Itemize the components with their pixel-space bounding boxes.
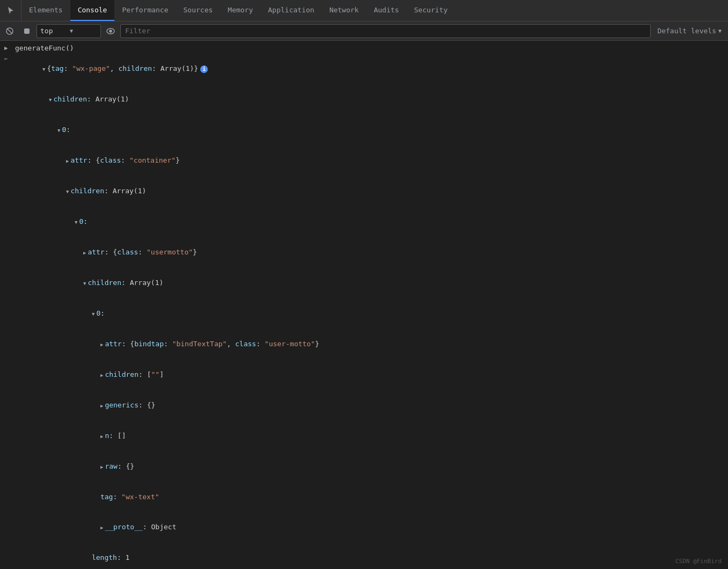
tab-audits[interactable]: Audits [366, 0, 406, 21]
tab-application[interactable]: Application [260, 0, 322, 21]
clear-console-button[interactable] [2, 24, 17, 39]
console-output: ▶ generateFunc() ← {tag: "wx-page", chil… [0, 41, 728, 569]
console-line[interactable]: attr: {class: "usermotto"} [0, 237, 728, 268]
console-line[interactable]: children: Array(1) [0, 176, 728, 207]
tab-elements[interactable]: Elements [21, 0, 70, 21]
console-line[interactable]: 0: [0, 298, 728, 329]
console-line[interactable]: children: Array(1) [0, 84, 728, 115]
console-line[interactable]: __proto__: Object [0, 512, 728, 543]
context-selector[interactable]: top ▼ [37, 24, 101, 38]
tab-sources[interactable]: Sources [176, 0, 221, 21]
console-line[interactable]: 0: [0, 207, 728, 237]
svg-point-4 [110, 30, 112, 32]
console-line[interactable]: attr: {bindtap: "bindTextTap", class: "u… [0, 329, 728, 360]
console-toolbar: top ▼ Default levels ▼ [0, 21, 728, 41]
svg-rect-2 [24, 28, 30, 34]
console-line[interactable]: children: Array(1) [0, 268, 728, 298]
back-arrow-icon: ← [4, 54, 15, 64]
tab-security[interactable]: Security [406, 0, 455, 21]
tab-performance[interactable]: Performance [114, 0, 176, 21]
svg-line-1 [7, 28, 12, 34]
info-badge: i [200, 65, 208, 73]
console-line[interactable]: length: 1 [0, 543, 728, 569]
console-line[interactable]: tag: "wx-text" [0, 482, 728, 512]
filter-input[interactable] [120, 24, 651, 38]
console-line[interactable]: raw: {} [0, 451, 728, 482]
log-levels-button[interactable]: Default levels ▼ [653, 24, 726, 38]
line-arrow: ▶ [4, 43, 15, 53]
console-line[interactable]: generics: {} [0, 390, 728, 421]
console-line[interactable]: ▶ generateFunc() [0, 43, 728, 54]
devtools-navbar: Elements Console Performance Sources Mem… [0, 0, 728, 21]
tab-memory[interactable]: Memory [220, 0, 260, 21]
watermark: CSDN @FinBird [675, 558, 722, 565]
cursor-icon[interactable] [0, 0, 21, 21]
console-line[interactable]: attr: {class: "container"} [0, 145, 728, 176]
stop-recording-button[interactable] [19, 24, 34, 39]
tab-console[interactable]: Console [70, 0, 115, 21]
live-expression-button[interactable] [103, 24, 118, 39]
tab-network[interactable]: Network [322, 0, 366, 21]
console-line[interactable]: 0: [0, 115, 728, 145]
console-line[interactable]: ← {tag: "wx-page", children: Array(1)}i [0, 54, 728, 84]
console-line[interactable]: n: [] [0, 421, 728, 451]
console-line[interactable]: children: [""] [0, 360, 728, 390]
